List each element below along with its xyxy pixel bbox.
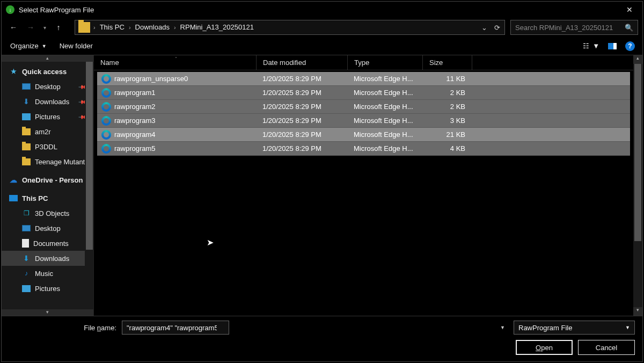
desktop-icon: [22, 225, 31, 231]
cube-icon: ❒: [22, 209, 31, 217]
sidebar-item-quick-access[interactable]: ★Quick access: [2, 64, 93, 79]
sidebar-item-tmnt[interactable]: Teenage Mutant: [2, 154, 93, 169]
edge-file-icon: [101, 144, 111, 154]
command-bar: Organize ▼ New folder ☷ ▼ ?: [2, 37, 642, 55]
file-name: rawprogram5: [114, 144, 156, 153]
edge-file-icon: [101, 88, 111, 98]
vertical-scrollbar[interactable]: ▴ ▾: [633, 55, 642, 316]
sidebar-item-downloads-2[interactable]: ⬇Downloads: [2, 251, 93, 266]
file-size: 4 KB: [422, 144, 471, 153]
file-row[interactable]: rawprogram11/20/2025 8:29 PMMicrosoft Ed…: [97, 86, 630, 100]
breadcrumb-downloads[interactable]: Downloads: [132, 20, 173, 34]
scroll-thumb[interactable]: [86, 62, 93, 250]
filename-input[interactable]: [122, 321, 229, 335]
scroll-down-button[interactable]: ▾: [633, 307, 642, 316]
cloud-icon: ☁: [9, 176, 18, 184]
file-size: 2 KB: [422, 89, 471, 97]
scroll-up-button[interactable]: ▴: [2, 55, 93, 62]
folder-icon: [22, 143, 31, 150]
file-name: rawprogram2: [114, 103, 156, 111]
file-size: 11 KB: [422, 75, 471, 83]
open-button[interactable]: Open: [516, 340, 573, 355]
recent-locations-button[interactable]: ▾: [40, 20, 49, 35]
download-icon: ⬇: [22, 254, 31, 263]
organize-button[interactable]: Organize ▼: [4, 39, 53, 53]
file-row[interactable]: rawprogram51/20/2025 8:29 PMMicrosoft Ed…: [97, 142, 630, 156]
sidebar-item-music[interactable]: ♪Music: [2, 266, 93, 281]
sidebar-item-pictures[interactable]: Pictures📌: [2, 109, 93, 124]
details-view-icon: ☷: [583, 42, 589, 50]
file-type: Microsoft Edge H...: [349, 75, 422, 83]
document-icon: [22, 239, 29, 248]
file-list: Name˄ Date modified Type Size rawprogram…: [94, 55, 633, 316]
help-button[interactable]: ?: [625, 41, 635, 51]
file-date: 1/20/2025 8:29 PM: [258, 117, 349, 125]
file-row[interactable]: rawprogram31/20/2025 8:29 PMMicrosoft Ed…: [97, 114, 630, 128]
scroll-thumb[interactable]: [634, 64, 641, 241]
edge-file-icon: [101, 102, 111, 112]
chevron-right-icon[interactable]: ›: [128, 24, 132, 31]
column-type[interactable]: Type: [348, 55, 423, 70]
sidebar-item-pictures-2[interactable]: Pictures: [2, 281, 93, 296]
filetype-combo[interactable]: RawProgram File ▼: [514, 321, 635, 335]
address-dropdown-button[interactable]: ⌄: [478, 24, 491, 32]
refresh-button[interactable]: ⟳: [491, 24, 503, 32]
file-type: Microsoft Edge H...: [349, 89, 422, 97]
title-bar: ↓ Select RawProgram File ✕: [2, 2, 642, 18]
breadcrumb-this-pc[interactable]: This PC: [97, 20, 128, 34]
sidebar-item-am2r[interactable]: am2r: [2, 124, 93, 139]
search-input[interactable]: Search RPMini_A13_20250121 🔍: [510, 20, 638, 35]
sidebar-item-desktop[interactable]: Desktop📌: [2, 79, 93, 94]
close-button[interactable]: ✕: [617, 2, 642, 18]
caret-down-icon: ▼: [592, 42, 599, 50]
folder-icon: [22, 128, 31, 135]
scroll-down-button[interactable]: ▾: [2, 309, 93, 316]
sidebar-item-3d-objects[interactable]: ❒3D Objects: [2, 206, 93, 221]
chevron-right-icon[interactable]: ›: [92, 24, 97, 31]
scroll-up-button[interactable]: ▴: [633, 55, 642, 64]
caret-down-icon: ▼: [625, 325, 630, 330]
filename-label: File name:: [9, 324, 116, 332]
edge-file-icon: [101, 74, 111, 84]
up-button[interactable]: ↑: [51, 20, 66, 35]
edge-file-icon: [101, 130, 111, 140]
sidebar-item-this-pc[interactable]: This PC: [2, 191, 93, 206]
file-row[interactable]: rawprogram_unsparse01/20/2025 8:29 PMMic…: [97, 72, 630, 86]
forward-button[interactable]: →: [23, 20, 38, 35]
column-date[interactable]: Date modified: [257, 55, 348, 70]
sidebar-item-documents[interactable]: Documents: [2, 236, 93, 251]
preview-pane-icon: [608, 43, 617, 49]
preview-pane-button[interactable]: [608, 43, 617, 49]
window-title: Select RawProgram File: [19, 6, 617, 14]
file-date: 1/20/2025 8:29 PM: [258, 144, 349, 153]
file-date: 1/20/2025 8:29 PM: [258, 89, 349, 97]
cancel-button[interactable]: Cancel: [578, 340, 635, 355]
pictures-icon: [22, 113, 31, 120]
file-row[interactable]: rawprogram21/20/2025 8:29 PMMicrosoft Ed…: [97, 100, 630, 114]
address-bar[interactable]: › This PC › Downloads › RPMini_A13_20250…: [75, 20, 505, 35]
search-placeholder: Search RPMini_A13_20250121: [515, 24, 621, 32]
chevron-right-icon[interactable]: ›: [173, 24, 177, 31]
desktop-icon: [22, 83, 31, 90]
file-type: Microsoft Edge H...: [349, 117, 422, 125]
file-type: Microsoft Edge H...: [349, 103, 422, 111]
file-type: Microsoft Edge H...: [349, 144, 422, 153]
navigation-tree: ▴ ★Quick access Desktop📌 ⬇Downloads📌 Pic…: [2, 55, 94, 316]
pc-icon: [9, 195, 18, 201]
file-size: 21 KB: [422, 130, 471, 139]
view-mode-button[interactable]: ☷ ▼: [583, 42, 599, 50]
folder-icon: [78, 22, 90, 33]
column-name[interactable]: Name˄: [94, 55, 257, 70]
sidebar-item-onedrive[interactable]: ☁OneDrive - Person: [2, 172, 93, 187]
file-row[interactable]: rawprogram41/20/2025 8:29 PMMicrosoft Ed…: [97, 128, 630, 142]
sidebar-item-desktop-2[interactable]: Desktop: [2, 221, 93, 236]
sidebar-item-p3ddl[interactable]: P3DDL: [2, 139, 93, 154]
sidebar-scrollbar[interactable]: [85, 62, 94, 309]
caret-down-icon[interactable]: ▼: [500, 325, 505, 330]
navigation-bar: ← → ▾ ↑ › This PC › Downloads › RPMini_A…: [2, 18, 642, 37]
back-button[interactable]: ←: [6, 20, 21, 35]
new-folder-button[interactable]: New folder: [53, 39, 99, 53]
sidebar-item-downloads[interactable]: ⬇Downloads📌: [2, 94, 93, 109]
column-size[interactable]: Size: [423, 55, 472, 70]
breadcrumb-current[interactable]: RPMini_A13_20250121: [177, 20, 257, 34]
